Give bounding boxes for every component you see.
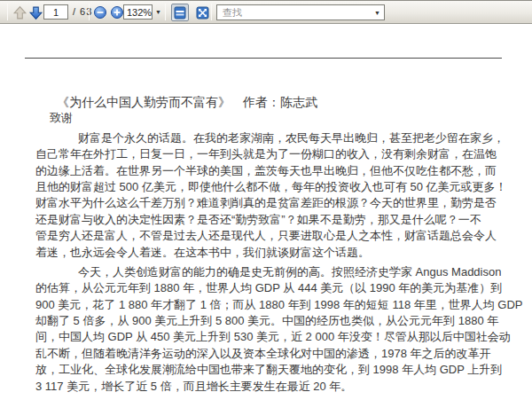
- text-line: 财富水平为什么这么千差万别？难道剥削真的是贫富差距的根源？今天的世界里，勤劳是否: [35, 195, 505, 211]
- text-line: 的边缘上活着。在世界另一个半球的美国，盖茨每天也早出晚归，但他不仅吃住都不愁，而: [35, 163, 505, 179]
- up-arrow-icon: [12, 5, 27, 20]
- toolbar-separator: [211, 4, 212, 20]
- acknowledgement-heading: 致谢: [35, 110, 505, 126]
- text-line: 3 117 美元，增长了近 5 倍，而且增长主要发生在最近 20 年。: [35, 379, 505, 395]
- zoom-dropdown-caret[interactable]: ▼: [155, 9, 161, 15]
- text-line: 却翻了 5 倍多，从 900 美元上升到 5 800 美元。中国的经历也类似，从…: [35, 313, 505, 329]
- zoom-out-button[interactable]: [91, 4, 109, 21]
- page-header-rule: [25, 58, 502, 59]
- fit-page-icon: [196, 6, 209, 20]
- fit-width-icon: [174, 6, 186, 20]
- find-placeholder-text: 查找: [223, 6, 374, 20]
- toolbar-separator: [89, 4, 90, 20]
- text-line: 自己常年在外打工，日复一日，一年到头就是为了一份糊口的收入，没有剩余财富，在温饱: [35, 146, 505, 162]
- down-arrow-icon: [28, 5, 43, 20]
- fit-width-button[interactable]: [171, 4, 189, 21]
- page-count-label: / 63: [73, 6, 92, 17]
- text-line: 管是穷人还是富人，不管是过去人还是现代人，只要进取心是人之本性，财富话题总会令人: [35, 228, 505, 244]
- text-line: 今天，人类创造财富的能力的确是史无前例的高。按照经济史学家 Angus Madd…: [35, 264, 505, 280]
- text-line: 乱不断，但随着晚清洋务运动的深入以及资本全球化对中国的渗透，1978 年之后的改…: [35, 346, 505, 362]
- text-line: 且他的财富超过 500 亿美元，即使他什么都不做，每年的投资收入也可有 50 亿…: [35, 179, 505, 195]
- page-number-input[interactable]: [43, 4, 68, 20]
- text-line: 财富是个永久的话题。在我的老家湖南，农民每天早出晚归，甚至把老少留在家乡，: [35, 130, 505, 146]
- next-page-button[interactable]: [27, 4, 44, 21]
- document-page: 《为什么中国人勤劳而不富有》 作者：陈志武 致谢 财富是个永久的话题。在我的老家…: [0, 24, 532, 400]
- plus-circle-icon: [110, 5, 124, 20]
- zoom-level-input[interactable]: 132%: [123, 4, 153, 20]
- find-dropdown-caret[interactable]: ▼: [374, 10, 380, 16]
- zoom-level-value: 132%: [127, 7, 152, 18]
- text-line: 放，工业化、全球化发展潮流给中国也带来了翻天覆地的变化，到 1998 年人均 G…: [35, 362, 505, 378]
- text-line: 着迷，也永远会令人着迷。在这本书中，我们就谈财富这个话题。: [35, 245, 505, 261]
- pdf-viewer-window: / 63 132% ▼: [0, 0, 532, 400]
- text-line: 900 美元，花了 1 880 年才翻了 1 倍；而从 1880 年到 1998…: [35, 297, 505, 313]
- previous-page-button[interactable]: [11, 4, 28, 21]
- toolbar-separator: [7, 4, 8, 20]
- toolbar: / 63 132% ▼: [0, 1, 532, 24]
- text-line: 的估算，从公元元年到 1880 年，世界人均 GDP 从 444 美元（以 19…: [35, 280, 505, 296]
- toolbar-separator: [165, 4, 166, 20]
- document-text: 《为什么中国人勤劳而不富有》 作者：陈志武 致谢 财富是个永久的话题。在我的老家…: [35, 94, 505, 395]
- minus-circle-icon: [93, 5, 107, 20]
- book-title-line: 《为什么中国人勤劳而不富有》 作者：陈志武: [35, 94, 505, 110]
- fit-page-button[interactable]: [193, 4, 211, 21]
- text-line: 间，中国人均 GDP 从 450 美元上升到 530 美元，近 2 000 年没…: [35, 329, 505, 345]
- text-line: 还是财富与收入的决定性因素？是否还“勤劳致富”？如果不是勤劳，那又是什么呢？一不: [35, 212, 505, 228]
- find-input[interactable]: 查找 ▼: [216, 4, 385, 20]
